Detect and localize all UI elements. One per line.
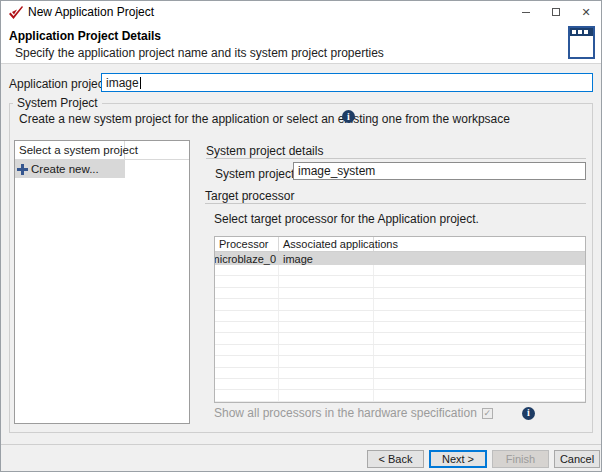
window-graphic-icon xyxy=(568,26,595,59)
system-project-group-label: System Project xyxy=(13,96,102,110)
info-glyph: i xyxy=(527,408,530,418)
maximize-button[interactable] xyxy=(541,1,571,23)
back-button[interactable]: < Back xyxy=(367,450,424,468)
table-row-microblaze[interactable]: microblaze_0 image xyxy=(215,252,585,265)
app-project-name-input[interactable]: image xyxy=(101,73,593,92)
target-processor-instruction: Select target processor for the Applicat… xyxy=(214,212,479,226)
dot-icon xyxy=(584,30,588,34)
cell-applications: image xyxy=(279,252,374,265)
button-bar: < Back Next > Finish Cancel xyxy=(1,444,601,471)
show-all-label: Show all processors in the hardware spec… xyxy=(214,406,477,420)
show-all-row: Show all processors in the hardware spec… xyxy=(214,406,535,420)
next-button[interactable]: Next > xyxy=(429,450,487,468)
window-title: New Application Project xyxy=(28,5,154,19)
system-project-name-value: image_system xyxy=(298,164,375,178)
table-row-empty[interactable] xyxy=(215,276,585,287)
header-cell-blank[interactable] xyxy=(374,237,585,251)
cancel-button[interactable]: Cancel xyxy=(554,450,600,468)
minimize-icon xyxy=(522,12,530,13)
new-application-project-dialog: New Application Project ✕ Application Pr… xyxy=(0,0,602,472)
header-cell-associated-applications[interactable]: Associated applications xyxy=(279,237,374,251)
close-button[interactable]: ✕ xyxy=(571,1,601,23)
list-item-selection: Create new... xyxy=(15,160,125,178)
header-cell-processor[interactable]: Processor xyxy=(215,237,279,251)
wizard-body: Application project name: image System P… xyxy=(1,64,601,444)
wizard-banner: Application Project Details Specify the … xyxy=(1,23,601,64)
section-title-system-project-details: System project details xyxy=(206,144,323,158)
table-row-empty[interactable] xyxy=(215,322,585,333)
plus-icon xyxy=(17,164,28,175)
text-caret xyxy=(140,77,141,89)
section-title-target-processor: Target processor xyxy=(205,189,294,203)
info-glyph: i xyxy=(347,112,350,122)
cell-processor: microblaze_0 xyxy=(215,252,279,265)
table-row-empty[interactable] xyxy=(215,288,585,299)
table-row-empty[interactable] xyxy=(215,390,585,401)
list-header: Select a system project xyxy=(15,141,189,160)
cell-blank xyxy=(374,252,585,265)
show-all-checkbox[interactable]: ✓ xyxy=(482,408,493,419)
close-icon: ✕ xyxy=(581,6,590,19)
create-new-label: Create new... xyxy=(31,163,99,175)
divider xyxy=(206,158,586,159)
table-row-empty[interactable] xyxy=(215,265,585,276)
system-project-name-input[interactable]: image_system xyxy=(293,162,586,180)
page-subtitle: Specify the application project name and… xyxy=(15,46,384,60)
dot-icon xyxy=(578,30,582,34)
xilinx-logo-icon xyxy=(9,6,23,19)
dot-icon xyxy=(572,30,576,34)
app-project-name-value: image xyxy=(106,76,139,90)
table-row-empty[interactable] xyxy=(215,299,585,310)
processor-table-body xyxy=(215,265,585,402)
minimize-button[interactable] xyxy=(511,1,541,23)
titlebar: New Application Project ✕ xyxy=(1,1,601,23)
page-title: Application Project Details xyxy=(9,29,161,43)
processors-info-icon[interactable]: i xyxy=(522,407,535,420)
table-row-empty[interactable] xyxy=(215,368,585,379)
processor-table: Processor Associated applications microb… xyxy=(214,236,586,403)
window-graphic-titlebar xyxy=(570,28,593,36)
finish-button[interactable]: Finish xyxy=(492,450,549,468)
workspace-info-icon[interactable]: i xyxy=(342,110,355,123)
system-project-list: Select a system project Create new... xyxy=(14,140,190,424)
maximize-icon xyxy=(552,8,560,16)
table-row-empty[interactable] xyxy=(215,345,585,356)
divider xyxy=(205,203,586,204)
check-icon: ✓ xyxy=(484,409,492,418)
table-row-empty[interactable] xyxy=(215,356,585,367)
table-header-row: Processor Associated applications xyxy=(215,237,585,252)
table-row-empty[interactable] xyxy=(215,311,585,322)
table-row-empty[interactable] xyxy=(215,333,585,344)
list-item-create-new[interactable]: Create new... xyxy=(15,160,189,178)
list-header-label: Select a system project xyxy=(15,141,125,159)
system-project-description: Create a new system project for the appl… xyxy=(19,112,510,126)
table-row-empty[interactable] xyxy=(215,379,585,390)
